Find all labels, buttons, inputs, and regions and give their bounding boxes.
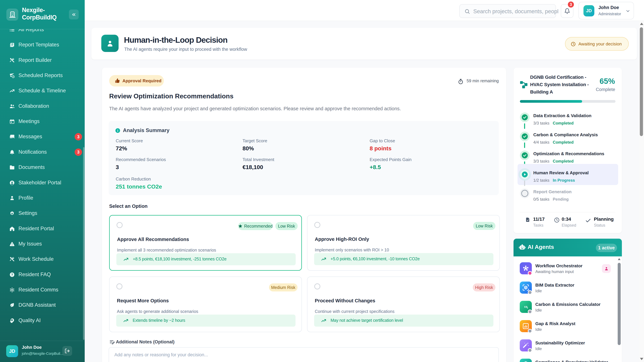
svg-text:2: 2: [527, 307, 528, 309]
